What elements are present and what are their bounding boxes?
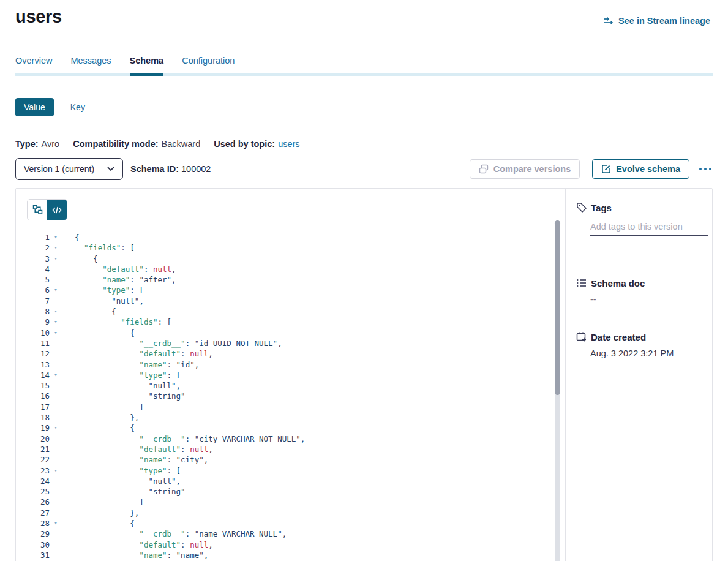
- code-line: 22 "name": "city",: [27, 454, 565, 465]
- fold-toggle-icon[interactable]: ▾: [50, 518, 62, 529]
- fold-toggle-icon[interactable]: ▾: [50, 328, 62, 338]
- code-text: "default": null,: [62, 540, 213, 550]
- tree-view-button[interactable]: [28, 200, 47, 220]
- schema-code-panel: 1▾{2▾ "fields": [3▾ {4 "default": null,5…: [16, 189, 565, 561]
- code-line: 12 "default": null,: [27, 348, 565, 359]
- line-number: 10: [27, 328, 50, 338]
- line-number: 20: [27, 434, 50, 444]
- line-number: 6: [27, 285, 50, 295]
- line-number: 2: [27, 243, 50, 253]
- add-tags-input[interactable]: [590, 222, 708, 236]
- tab-schema[interactable]: Schema: [130, 56, 164, 76]
- calendar-plus-icon: [576, 331, 587, 342]
- fold-toggle-icon[interactable]: ▾: [50, 254, 62, 264]
- code-line: 9▾ "fields": [: [27, 317, 565, 327]
- line-number: 7: [27, 296, 50, 306]
- code-text: "name": "city",: [62, 454, 208, 465]
- line-number: 8: [27, 306, 50, 317]
- code-line: 1▾{: [27, 232, 565, 243]
- line-number: 17: [27, 402, 50, 412]
- code-line: 3▾ {: [27, 254, 565, 264]
- code-lines: 1▾{2▾ "fields": [3▾ {4 "default": null,5…: [27, 232, 565, 561]
- tags-section: Tags: [576, 202, 706, 250]
- schema-doc-section: Schema doc --: [576, 277, 706, 304]
- line-number: 4: [27, 264, 50, 274]
- line-number: 24: [27, 476, 50, 486]
- chevron-down-icon: [107, 167, 114, 171]
- code-text: "type": [: [62, 465, 181, 476]
- fold-spacer: [50, 550, 62, 560]
- code-line: 19▾ {: [27, 423, 565, 433]
- tab-overview[interactable]: Overview: [15, 56, 52, 76]
- code-text: "name": "name",: [62, 550, 208, 560]
- code-text: "type": [: [62, 285, 144, 295]
- line-number: 26: [27, 497, 50, 507]
- ellipsis-dot: [699, 168, 702, 170]
- line-number: 22: [27, 454, 50, 465]
- fold-spacer: [50, 486, 62, 497]
- line-number: 29: [27, 529, 50, 539]
- schema-meta-row: Type:Avro Compatibility mode:Backward Us…: [15, 139, 713, 149]
- code-line: 15 "null",: [27, 380, 565, 391]
- code-line: 31 "name": "name",: [27, 550, 565, 560]
- tab-messages[interactable]: Messages: [70, 56, 111, 76]
- code-text: },: [62, 412, 139, 423]
- compare-versions-button[interactable]: Compare versions: [470, 159, 580, 179]
- compatibility-label: Compatibility mode:: [73, 139, 158, 149]
- key-toggle-button[interactable]: Key: [70, 98, 85, 116]
- tab-configuration[interactable]: Configuration: [182, 56, 235, 76]
- scrollbar[interactable]: [555, 220, 560, 561]
- value-toggle-button[interactable]: Value: [15, 98, 54, 116]
- code-text: "null",: [62, 476, 181, 486]
- stream-lineage-icon: [604, 17, 614, 25]
- tags-heading: Tags: [591, 203, 612, 213]
- code-text: {: [62, 254, 98, 264]
- date-created-heading-row: Date created: [576, 331, 706, 342]
- code-text: {: [62, 423, 135, 433]
- line-number: 11: [27, 338, 50, 348]
- used-by-topic-label: Used by topic:: [214, 139, 275, 149]
- date-created-section: Date created Aug. 3 2022 3:21 PM: [576, 331, 706, 358]
- code-text: },: [62, 508, 139, 518]
- fold-toggle-icon[interactable]: ▾: [50, 285, 62, 295]
- fold-toggle-icon[interactable]: ▾: [50, 232, 62, 243]
- scrollbar-thumb[interactable]: [555, 220, 560, 395]
- evolve-schema-button[interactable]: Evolve schema: [592, 159, 689, 179]
- schema-type: Type:Avro: [15, 139, 59, 149]
- fold-toggle-icon[interactable]: ▾: [50, 465, 62, 476]
- used-by-topic-link[interactable]: users: [278, 139, 299, 149]
- code-line: 25 "string": [27, 486, 565, 497]
- fold-spacer: [50, 274, 62, 285]
- see-in-stream-lineage-link[interactable]: See in Stream lineage: [604, 16, 710, 26]
- fold-spacer: [50, 454, 62, 465]
- more-options-button[interactable]: [698, 164, 713, 174]
- fold-toggle-icon[interactable]: ▾: [50, 317, 62, 327]
- version-toolbar: Version 1 (current) Schema ID: 100002 Co…: [15, 158, 713, 180]
- code-view-icon: [52, 206, 62, 214]
- code-text: "fields": [: [62, 243, 135, 253]
- code-line: 16 "string": [27, 391, 565, 401]
- fold-spacer: [50, 380, 62, 391]
- fold-spacer: [50, 402, 62, 412]
- fold-spacer: [50, 391, 62, 401]
- version-select[interactable]: Version 1 (current): [15, 158, 123, 180]
- fold-toggle-icon[interactable]: ▾: [50, 423, 62, 433]
- code-text: "name": "after",: [62, 274, 176, 285]
- schema-sidebar: Tags: [565, 189, 712, 561]
- fold-toggle-icon[interactable]: ▾: [50, 370, 62, 380]
- fold-spacer: [50, 476, 62, 486]
- fold-spacer: [50, 264, 62, 274]
- line-number: 12: [27, 348, 50, 359]
- code-line: 5 "name": "after",: [27, 274, 565, 285]
- fold-spacer: [50, 497, 62, 507]
- line-number: 23: [27, 465, 50, 476]
- code-view-button[interactable]: [47, 200, 67, 220]
- schema-id-value: 100002: [181, 164, 211, 174]
- code-text: {: [62, 306, 116, 317]
- fold-toggle-icon[interactable]: ▾: [50, 243, 62, 253]
- line-number: 3: [27, 254, 50, 264]
- code-line: 4 "default": null,: [27, 264, 565, 274]
- line-number: 21: [27, 444, 50, 454]
- version-select-value: Version 1 (current): [24, 164, 94, 174]
- fold-toggle-icon[interactable]: ▾: [50, 306, 62, 317]
